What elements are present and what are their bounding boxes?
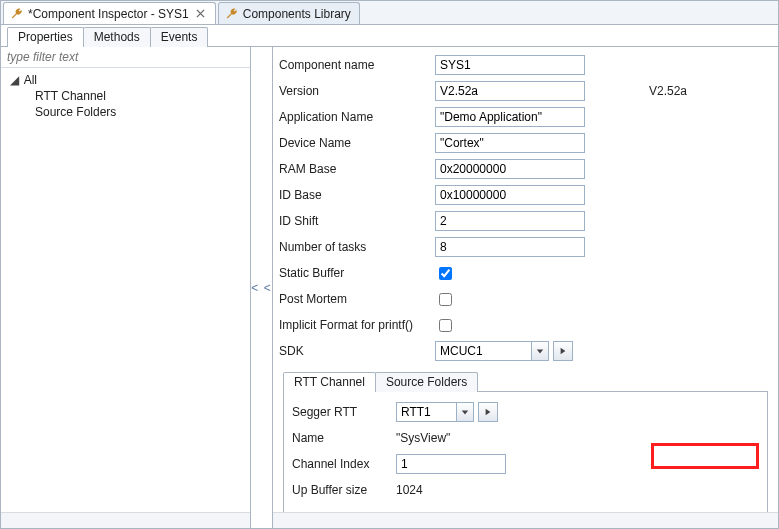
label-post-mortem: Post Mortem	[279, 292, 435, 306]
property-tree[interactable]: ◢ All RTT Channel Source Folders	[1, 68, 250, 512]
label-sdk: SDK	[279, 344, 435, 358]
label-app-name: Application Name	[279, 110, 435, 124]
label-num-tasks: Number of tasks	[279, 240, 435, 254]
label-rtt-name: Name	[292, 431, 396, 445]
wrench-icon	[10, 7, 24, 21]
sub-tabs: RTT Channel Source Folders Segger RTT	[279, 371, 768, 515]
combo-sdk-value[interactable]	[435, 341, 531, 361]
combo-segger-rtt-value[interactable]	[396, 402, 456, 422]
subtab-rtt-channel[interactable]: RTT Channel	[283, 372, 376, 392]
input-component-name[interactable]	[435, 55, 585, 75]
workbench: *Component Inspector - SYS1 Components L…	[0, 0, 779, 529]
combo-segger-rtt[interactable]	[396, 402, 474, 422]
close-icon[interactable]	[195, 8, 207, 20]
label-ram-base: RAM Base	[279, 162, 435, 176]
label-segger-rtt: Segger RTT	[292, 405, 396, 419]
scrollbar-horizontal[interactable]	[1, 512, 250, 528]
tab-properties[interactable]: Properties	[7, 27, 84, 47]
input-ram-base[interactable]	[435, 159, 585, 179]
tab-component-inspector[interactable]: *Component Inspector - SYS1	[3, 2, 216, 24]
input-id-base[interactable]	[435, 185, 585, 205]
chevron-left-icon: < <	[251, 281, 271, 295]
tab-methods[interactable]: Methods	[83, 27, 151, 47]
label-device-name: Device Name	[279, 136, 435, 150]
label-static-buffer: Static Buffer	[279, 266, 435, 280]
property-form: Component name Version V2.52a Applicatio…	[273, 47, 778, 521]
editor-tab-bar: *Component Inspector - SYS1 Components L…	[1, 1, 778, 25]
checkbox-implicit-format[interactable]	[439, 319, 452, 332]
label-id-shift: ID Shift	[279, 214, 435, 228]
subtab-body: Segger RTT Name "SysView" Channel Index	[283, 392, 768, 515]
tab-title: *Component Inspector - SYS1	[28, 7, 189, 21]
chevron-down-icon[interactable]	[456, 402, 474, 422]
tree-label: RTT Channel	[35, 89, 106, 103]
right-pane: Component name Version V2.52a Applicatio…	[273, 47, 778, 528]
filter-input[interactable]	[1, 47, 250, 68]
wrench-icon	[225, 7, 239, 21]
left-pane: ◢ All RTT Channel Source Folders	[1, 47, 251, 528]
segger-rtt-go-button[interactable]	[478, 402, 498, 422]
input-version[interactable]	[435, 81, 585, 101]
body: ◢ All RTT Channel Source Folders < < Com…	[1, 47, 778, 528]
label-implicit-format: Implicit Format for printf()	[279, 318, 435, 332]
subtab-source-folders[interactable]: Source Folders	[375, 372, 478, 392]
input-id-shift[interactable]	[435, 211, 585, 231]
tree-label: Source Folders	[35, 105, 116, 119]
input-num-tasks[interactable]	[435, 237, 585, 257]
checkbox-post-mortem[interactable]	[439, 293, 452, 306]
input-device-name[interactable]	[435, 133, 585, 153]
tree-node-rtt[interactable]: RTT Channel	[7, 88, 244, 104]
tab-components-library[interactable]: Components Library	[218, 2, 360, 24]
tree-label: All	[24, 73, 37, 87]
checkbox-static-buffer[interactable]	[439, 267, 452, 280]
label-channel-index: Channel Index	[292, 457, 396, 471]
scrollbar-horizontal[interactable]	[273, 512, 778, 528]
value-rtt-name: "SysView"	[396, 431, 450, 445]
tab-events[interactable]: Events	[150, 27, 209, 47]
label-up-buffer: Up Buffer size	[292, 483, 396, 497]
input-app-name[interactable]	[435, 107, 585, 127]
value-version-readonly: V2.52a	[649, 84, 687, 98]
combo-sdk[interactable]	[435, 341, 549, 361]
chevron-down-icon[interactable]	[531, 341, 549, 361]
label-id-base: ID Base	[279, 188, 435, 202]
tab-title: Components Library	[243, 7, 351, 21]
tree-node-all[interactable]: ◢ All	[7, 72, 244, 88]
label-component-name: Component name	[279, 58, 435, 72]
value-up-buffer: 1024	[396, 483, 423, 497]
sdk-go-button[interactable]	[553, 341, 573, 361]
tree-node-source-folders[interactable]: Source Folders	[7, 104, 244, 120]
property-sheet-tabs: Properties Methods Events	[1, 25, 778, 47]
collapse-gutter[interactable]: < <	[251, 47, 273, 528]
collapse-icon[interactable]: ◢	[9, 73, 19, 87]
input-channel-index[interactable]	[396, 454, 506, 474]
label-version: Version	[279, 84, 435, 98]
